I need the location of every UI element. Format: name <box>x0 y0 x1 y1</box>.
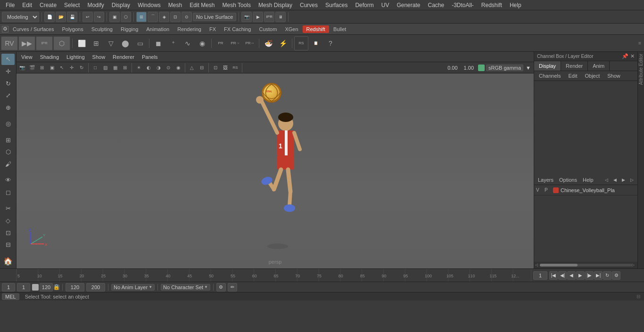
soft-select-tool[interactable]: ◎ <box>1 118 15 130</box>
vp-smooth-btn[interactable]: ▦ <box>110 63 120 73</box>
multi-cut[interactable]: ✂ <box>1 203 15 214</box>
next-frame-btn[interactable]: |▶ <box>585 271 594 280</box>
vp-aa-btn[interactable]: ⊙ <box>164 63 173 73</box>
panel-toggle[interactable]: ≡ <box>636 40 643 46</box>
menu-surfaces[interactable]: Surfaces <box>322 1 351 9</box>
vp-display-btn[interactable]: ▣ <box>47 63 57 73</box>
snap-live-btn[interactable]: ⊙ <box>182 12 192 22</box>
menu-cache[interactable]: Cache <box>424 1 448 9</box>
menu-mesh[interactable]: Mesh <box>165 1 186 9</box>
layer-last-btn[interactable]: ▷ <box>628 176 636 184</box>
prev-frame-btn[interactable]: ◀| <box>558 271 567 280</box>
module-bullet[interactable]: Bullet <box>330 25 350 33</box>
module-fx-caching[interactable]: FX Caching <box>220 25 255 33</box>
settings-btn[interactable]: ⚙ <box>612 271 620 280</box>
module-custom[interactable]: Custom <box>256 25 281 33</box>
icon-pr1[interactable]: PR <box>214 36 228 50</box>
undo-btn[interactable]: ↩ <box>83 12 93 22</box>
icon-cube[interactable]: ⬜ <box>74 36 89 50</box>
menu-select[interactable]: Select <box>60 1 83 9</box>
vp-shadow-btn[interactable]: ◐ <box>144 63 153 73</box>
ipr-btn[interactable]: IPR <box>264 12 274 22</box>
select-btn[interactable]: ▣ <box>109 12 120 22</box>
range-lock-btn[interactable]: 🔒 <box>54 284 59 290</box>
new-file-btn[interactable]: 📄 <box>44 12 55 22</box>
ch-tab-object[interactable]: Object <box>582 72 603 80</box>
go-end-btn[interactable]: ▶| <box>594 271 603 280</box>
vp-ao-btn[interactable]: ◑ <box>154 63 163 73</box>
menu-create[interactable]: Create <box>36 1 60 9</box>
menu-file[interactable]: File <box>2 1 18 9</box>
scroll-left[interactable]: ◁ <box>535 263 540 267</box>
menu-uv[interactable]: UV <box>378 1 393 9</box>
icon-curve[interactable]: ∿ <box>181 36 195 50</box>
save-file-btn[interactable]: 💾 <box>67 12 77 22</box>
icon-cube2[interactable]: ◼ <box>151 36 165 50</box>
menu-edit-mesh[interactable]: Edit Mesh <box>186 1 218 9</box>
vp-menu-panels[interactable]: Panels <box>139 53 161 61</box>
menu-deform[interactable]: Deform <box>351 1 377 9</box>
vp-light-btn[interactable]: ☀ <box>134 63 143 73</box>
icon-pr3[interactable]: PR↔ <box>243 36 257 50</box>
move-tool[interactable]: ✛ <box>1 66 15 77</box>
module-redshift[interactable]: Redshift <box>303 25 329 33</box>
vp-hud-btn[interactable]: ⊟ <box>197 63 206 73</box>
lasso-btn[interactable]: ⬡ <box>121 12 131 22</box>
vp-colorspace-arrow[interactable]: ▼ <box>524 65 533 71</box>
vp-colorspace-dropdown[interactable]: sRGB gamma <box>486 65 523 71</box>
snap-curve-btn[interactable]: ⌒ <box>148 12 158 22</box>
menu-generate[interactable]: Generate <box>393 1 424 9</box>
display-render-btn[interactable]: 🖥 <box>275 12 286 22</box>
vp-iso-btn[interactable]: △ <box>187 63 197 73</box>
vp-menu-shading[interactable]: Shading <box>37 53 62 61</box>
vp-crop-btn[interactable]: ⊡ <box>211 63 220 73</box>
module-xgen[interactable]: XGen <box>281 25 302 33</box>
ch-tab-show[interactable]: Show <box>604 72 623 80</box>
menu-mesh-display[interactable]: Mesh Display <box>255 1 296 9</box>
lasso-tool[interactable]: ⬡ <box>1 146 15 158</box>
no-char-set-dropdown[interactable]: No Character Set ▼ <box>161 284 210 291</box>
show-tool[interactable]: 👁 <box>1 175 15 186</box>
vp-rough-btn[interactable]: ▨ <box>100 63 110 73</box>
menu-mesh-tools[interactable]: Mesh Tools <box>219 1 255 9</box>
rotate-tool[interactable]: ↻ <box>1 78 15 89</box>
select-tool[interactable]: ↖ <box>1 54 15 65</box>
icon-rs2[interactable]: 📋 <box>309 36 323 50</box>
no-anim-layer-dropdown[interactable]: No Anim Layer ▼ <box>111 284 155 291</box>
snap-surface-btn[interactable]: ⊡ <box>170 12 181 22</box>
module-settings-btn[interactable]: ⚙ <box>2 26 8 32</box>
menu-windows[interactable]: Windows <box>134 1 165 9</box>
attr-editor-label[interactable]: Attribute Editor <box>638 52 644 87</box>
icon-render2[interactable]: ⚡ <box>276 36 290 50</box>
hide-tool[interactable]: ◻ <box>1 187 15 198</box>
tab-render[interactable]: Render <box>561 61 588 71</box>
menu-3dtoall[interactable]: -3DtoAll- <box>448 1 478 9</box>
icon-sphere[interactable]: ⬤ <box>118 36 132 50</box>
ch-tab-edit[interactable]: Edit <box>565 72 580 80</box>
module-fx[interactable]: FX <box>206 25 220 33</box>
extrude-tool[interactable]: ⊡ <box>1 227 15 238</box>
module-sculpting[interactable]: Sculpting <box>88 25 116 33</box>
module-rendering[interactable]: Rendering <box>173 25 205 33</box>
vp-film-btn[interactable]: 🎬 <box>27 63 37 73</box>
vp-image-btn[interactable]: 🖼 <box>221 63 230 73</box>
snap-point-btn[interactable]: ◈ <box>159 12 169 22</box>
total-frames-input[interactable] <box>86 283 105 292</box>
vp-rs-btn[interactable]: RS <box>231 63 240 73</box>
viewport-canvas[interactable]: 1 STIHL <box>17 73 534 268</box>
tab-display[interactable]: Display <box>534 61 561 71</box>
vp-menu-view[interactable]: View <box>18 53 35 61</box>
render-btn[interactable]: ▶ <box>253 12 263 22</box>
loop-btn[interactable]: ↻ <box>603 271 611 280</box>
scroll-thumb[interactable] <box>540 264 578 267</box>
play-fwd-btn[interactable]: ▶ <box>576 271 585 280</box>
camera-btn[interactable]: 📷 <box>241 12 252 22</box>
menu-display[interactable]: Display <box>108 1 134 9</box>
status-resize-btn[interactable]: ⊟ <box>635 294 642 299</box>
scroll-right[interactable]: ▷ <box>632 263 636 267</box>
ch-tab-channels[interactable]: Channels <box>536 72 563 80</box>
char-set-settings-btn[interactable]: ⚙ <box>216 283 226 292</box>
menu-redshift[interactable]: Redshift <box>478 1 506 9</box>
module-polygons[interactable]: Polygons <box>58 25 87 33</box>
menu-modify[interactable]: Modify <box>83 1 107 9</box>
